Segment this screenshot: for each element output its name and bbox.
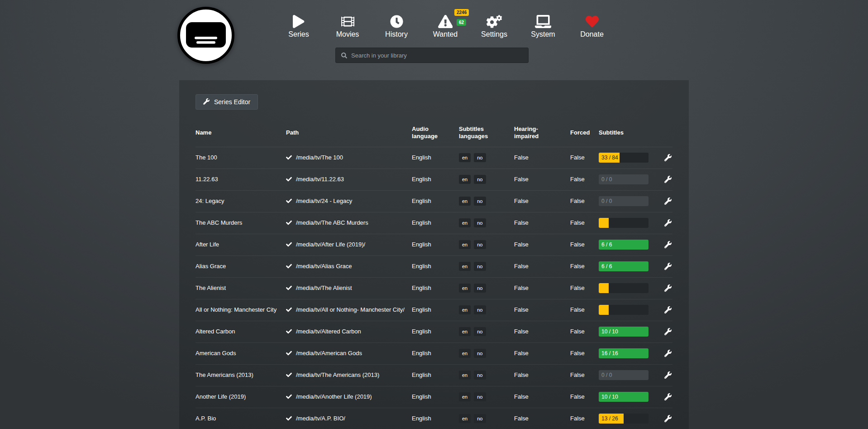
column-header-3: Subtitles languages <box>459 125 514 140</box>
play-icon <box>293 13 304 28</box>
edit-series-wrench-icon[interactable] <box>664 328 672 335</box>
subtitles-cell: 0 / 0 <box>599 174 662 184</box>
audio-language: English <box>412 262 459 270</box>
edit-series-wrench-icon[interactable] <box>664 350 672 357</box>
column-header-4: Hearing- impaired <box>514 125 570 140</box>
language-badge: no <box>474 197 486 206</box>
series-name-link[interactable]: American Gods <box>196 349 286 357</box>
series-editor-label: Series Editor <box>214 98 250 106</box>
hearing-impaired-value: False <box>514 262 570 270</box>
series-path: /media/tv/A.P. BIO/ <box>286 415 412 423</box>
language-badge: en <box>459 153 471 163</box>
edit-series-wrench-icon[interactable] <box>664 176 672 183</box>
hearing-impaired-value: False <box>514 241 570 249</box>
edit-series-wrench-icon[interactable] <box>664 284 672 292</box>
row-actions <box>662 371 672 379</box>
nav-item-label: Donate <box>580 30 604 39</box>
nav-item-series[interactable]: Series <box>274 13 323 39</box>
series-path-text: /media/tv/The 100 <box>296 154 343 162</box>
series-name-link[interactable]: After Life <box>196 241 286 249</box>
cogs-icon <box>486 13 502 28</box>
series-name-link[interactable]: Another Life (2019) <box>196 393 286 401</box>
nav-item-wanted[interactable]: Wanted224662 <box>421 13 470 39</box>
language-badge: no <box>474 284 486 293</box>
series-name-link[interactable]: All or Nothing: Manchester City <box>196 306 286 314</box>
series-name-link[interactable]: The 100 <box>196 154 286 162</box>
edit-series-wrench-icon[interactable] <box>664 198 672 205</box>
series-name-link[interactable]: The Americans (2013) <box>196 371 286 379</box>
language-badge: en <box>459 349 471 358</box>
edit-series-wrench-icon[interactable] <box>664 241 672 248</box>
wanted-count-badge: 2246 <box>454 9 469 16</box>
subtitles-languages: enno <box>459 392 514 402</box>
edit-series-wrench-icon[interactable] <box>664 371 672 379</box>
subtitles-progress: 0 / 0 <box>599 196 649 206</box>
edit-series-wrench-icon[interactable] <box>664 415 672 422</box>
content-panel: Series Editor NamePathAudio languageSubt… <box>179 80 689 429</box>
forced-value: False <box>570 241 599 249</box>
bazarr-logo[interactable] <box>176 6 235 65</box>
nav-item-system[interactable]: System <box>519 13 568 39</box>
check-icon <box>286 285 292 291</box>
series-name-link[interactable]: 11.22.63 <box>196 175 286 183</box>
series-path-text: /media/tv/A.P. BIO/ <box>296 415 345 423</box>
subtitles-languages: enno <box>459 240 514 250</box>
column-header-5: Forced <box>570 129 599 136</box>
laptop-icon <box>535 13 551 28</box>
subtitles-progress: 16 / 16 <box>599 348 649 358</box>
row-actions <box>662 263 672 270</box>
language-badge: no <box>474 262 486 271</box>
series-name-link[interactable]: Altered Carbon <box>196 328 286 336</box>
subtitles-cell: 33 / 84 <box>599 153 662 163</box>
subtitles-languages: enno <box>459 371 514 380</box>
edit-series-wrench-icon[interactable] <box>664 263 672 270</box>
edit-series-wrench-icon[interactable] <box>664 393 672 400</box>
language-badge: en <box>459 218 471 228</box>
hearing-impaired-value: False <box>514 415 570 423</box>
subtitles-cell: 6 / 6 <box>599 240 662 250</box>
subtitles-progress: 6 / 6 <box>599 240 649 250</box>
series-row: Altered Carbon/media/tv/Altered CarbonEn… <box>196 321 672 342</box>
search-bar <box>335 48 529 63</box>
series-path: /media/tv/Another Life (2019) <box>286 393 412 401</box>
subtitles-languages: enno <box>459 305 514 315</box>
subtitles-cell <box>599 283 662 293</box>
subtitles-progress: 10 / 10 <box>599 327 649 337</box>
series-path: /media/tv/The 100 <box>286 154 412 162</box>
edit-series-wrench-icon[interactable] <box>664 306 672 313</box>
series-path-text: /media/tv/The Alienist <box>296 284 352 292</box>
series-editor-button[interactable]: Series Editor <box>196 94 258 110</box>
subtitles-cell: 0 / 0 <box>599 196 662 206</box>
series-name-link[interactable]: 24: Legacy <box>196 197 286 205</box>
series-row: 11.22.63/media/tv/11.22.63EnglishennoFal… <box>196 169 672 190</box>
subtitles-cell: 13 / 26 <box>599 414 662 424</box>
series-name-link[interactable]: A.P. Bio <box>196 415 286 423</box>
forced-value: False <box>570 154 599 162</box>
subtitles-progress: 33 / 84 <box>599 153 649 163</box>
search-input[interactable] <box>351 52 528 59</box>
series-path-text: /media/tv/Alias Grace <box>296 262 352 270</box>
check-icon <box>286 350 292 356</box>
nav-item-donate[interactable]: Donate <box>568 13 616 39</box>
series-name-link[interactable]: Alias Grace <box>196 262 286 270</box>
forced-value: False <box>570 349 599 357</box>
nav-item-settings[interactable]: Settings <box>470 13 519 39</box>
nav-item-history[interactable]: History <box>372 13 421 39</box>
series-name-link[interactable]: The Alienist <box>196 284 286 292</box>
forced-value: False <box>570 175 599 183</box>
edit-series-wrench-icon[interactable] <box>664 219 672 227</box>
language-badge: en <box>459 175 471 184</box>
edit-series-wrench-icon[interactable] <box>664 154 672 161</box>
series-path-text: /media/tv/Another Life (2019) <box>296 393 372 401</box>
subtitles-count: 6 / 6 <box>599 241 612 248</box>
search-icon <box>341 53 347 58</box>
series-row: The 100/media/tv/The 100EnglishennoFalse… <box>196 147 672 169</box>
language-badge: no <box>474 305 486 315</box>
series-row: All or Nothing: Manchester City/media/tv… <box>196 299 672 321</box>
series-table: NamePathAudio languageSubtitles language… <box>196 122 672 429</box>
nav-item-label: Wanted <box>433 30 458 39</box>
check-icon <box>286 176 292 182</box>
subtitles-progress <box>599 218 649 228</box>
nav-item-movies[interactable]: Movies <box>323 13 372 39</box>
series-name-link[interactable]: The ABC Murders <box>196 219 286 227</box>
